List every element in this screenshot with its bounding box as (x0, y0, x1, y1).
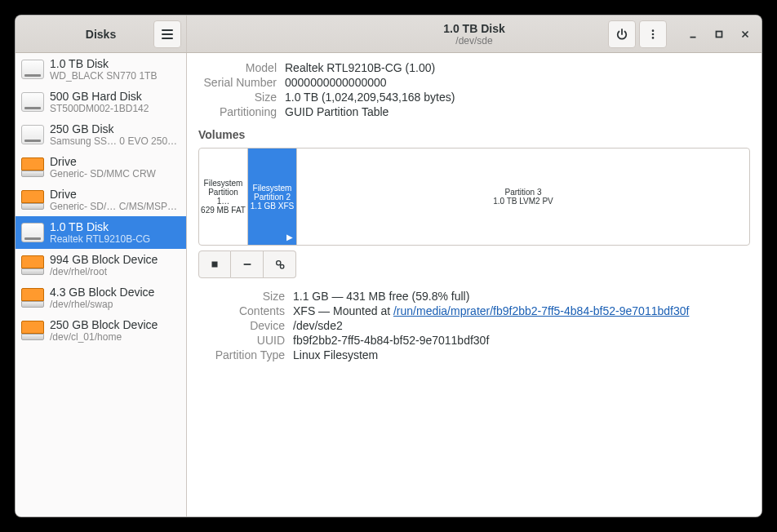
sidebar-disk-item[interactable]: DriveGeneric- SD/MMC CRW (16, 151, 186, 184)
body: 1.0 TB DiskWD_BLACK SN770 1TB500 GB Hard… (16, 53, 761, 516)
app-title: Disks (86, 28, 116, 41)
sidebar-disk-item[interactable]: 1.0 TB DiskWD_BLACK SN770 1TB (16, 53, 186, 86)
volumes-box: FilesystemPartition 1…629 MB FATFilesyst… (198, 148, 750, 246)
vol-size-label: Size (198, 290, 285, 303)
volume-partition[interactable]: FilesystemPartition 1…629 MB FAT (199, 149, 248, 245)
partitioning-label: Partitioning (198, 105, 277, 118)
disk-title: 250 GB Block Device (50, 318, 181, 331)
volume-label: Partition 3 (504, 188, 541, 197)
partitioning-value: GUID Partition Table (285, 105, 750, 118)
volume-label: Filesystem (253, 184, 292, 193)
stop-icon (209, 259, 220, 270)
disk-title: 1.0 TB Disk (50, 220, 181, 233)
svg-point-0 (652, 29, 655, 32)
volume-label: Partition 2 (254, 193, 291, 202)
volume-label: 1.0 TB LVM2 PV (493, 197, 553, 206)
vol-device-label: Device (198, 319, 285, 332)
vol-uuid-label: UUID (198, 334, 285, 347)
sidebar-disk-item[interactable]: 250 GB Block Device/dev/cl_01/home (16, 314, 186, 347)
sidebar-disk-item[interactable]: 4.3 GB Block Device/dev/rhel/swap (16, 282, 186, 314)
vol-contents-value: XFS — Mounted at /run/media/mprater/fb9f… (293, 304, 750, 317)
removable-drive-icon (20, 286, 45, 310)
disk-subtitle: /dev/cl_01/home (50, 331, 181, 343)
hdd-icon (20, 122, 45, 147)
removable-drive-icon (20, 155, 45, 180)
removable-drive-icon (20, 188, 45, 212)
model-value: Realtek RTL9210B-CG (1.00) (285, 61, 750, 74)
maximize-button[interactable] (708, 20, 730, 48)
svg-rect-3 (717, 31, 722, 37)
app-menu-button[interactable] (153, 20, 181, 48)
disk-title: 4.3 GB Block Device (50, 286, 181, 299)
drive-menu-button[interactable] (639, 20, 667, 48)
sidebar-disk-item[interactable]: 994 GB Block Device/dev/rhel/root (16, 249, 186, 282)
window: Disks 1.0 TB Disk /dev/sde (15, 15, 762, 517)
disk-title: 1.0 TB Disk (50, 57, 181, 70)
volume-label: 629 MB FAT (201, 206, 246, 215)
svg-point-2 (652, 37, 655, 39)
size-label: Size (198, 91, 277, 104)
kebab-icon (647, 29, 659, 40)
minimize-icon (687, 29, 699, 40)
minimize-button[interactable] (682, 20, 704, 48)
delete-partition-button[interactable] (231, 250, 264, 278)
sidebar[interactable]: 1.0 TB DiskWD_BLACK SN770 1TB500 GB Hard… (16, 53, 187, 516)
volume-label: Partition 1… (201, 188, 246, 206)
vol-contents-prefix: XFS — Mounted at (293, 304, 393, 317)
hdd-icon (20, 90, 45, 114)
vol-size-value: 1.1 GB — 431 MB free (59.8% full) (293, 290, 750, 303)
sidebar-disk-item[interactable]: 1.0 TB DiskRealtek RTL9210B-CG (16, 216, 186, 249)
vol-device-value: /dev/sde2 (293, 319, 750, 332)
vol-ptype-label: Partition Type (198, 348, 285, 361)
vol-ptype-value: Linux Filesystem (293, 348, 750, 361)
vol-contents-label: Contents (198, 304, 285, 317)
serial-value: 0000000000000000 (285, 76, 750, 89)
maximize-icon (713, 29, 725, 40)
headerbar-left: Disks (16, 16, 187, 52)
size-value: 1.0 TB (1,024,209,543,168 bytes) (285, 91, 750, 104)
hdd-icon (20, 220, 45, 245)
svg-point-1 (652, 33, 655, 35)
svg-rect-4 (212, 262, 218, 268)
volume-detail: Size 1.1 GB — 431 MB free (59.8% full) C… (198, 290, 750, 361)
disk-subtitle: Generic- SD/… C/MS/MSPRO (50, 201, 181, 212)
hdd-icon (20, 57, 45, 82)
volume-label: Filesystem (204, 179, 243, 188)
mount-point-link[interactable]: /run/media/mprater/fb9f2bb2-7ff5-4b84-bf… (393, 304, 689, 317)
close-button[interactable] (734, 20, 757, 48)
volume-partition[interactable]: Partition 31.0 TB LVM2 PV (297, 149, 749, 245)
svg-point-6 (280, 264, 283, 268)
disk-subtitle: ST500DM002-1BD142 (50, 103, 181, 114)
model-label: Model (198, 61, 277, 74)
drive-info: Model Realtek RTL9210B-CG (1.00) Serial … (198, 61, 750, 118)
removable-drive-icon (20, 318, 45, 343)
disk-subtitle: Realtek RTL9210B-CG (50, 233, 181, 245)
headerbar: Disks 1.0 TB Disk /dev/sde (16, 16, 761, 53)
serial-label: Serial Number (198, 76, 277, 89)
volume-toolbar (198, 250, 750, 278)
volume-menu-button[interactable] (264, 250, 296, 278)
power-button[interactable] (608, 20, 636, 48)
sidebar-disk-item[interactable]: 500 GB Hard DiskST500DM002-1BD142 (16, 86, 186, 118)
volume-partition[interactable]: FilesystemPartition 21.1 GB XFS▶ (248, 149, 297, 245)
header-controls (608, 20, 757, 48)
removable-drive-icon (20, 253, 45, 277)
sidebar-disk-item[interactable]: DriveGeneric- SD/… C/MS/MSPRO (16, 184, 186, 216)
disk-title: 500 GB Hard Disk (50, 90, 181, 103)
close-icon (739, 29, 751, 40)
disk-subtitle: Generic- SD/MMC CRW (50, 168, 181, 180)
minus-icon (242, 259, 253, 270)
disk-subtitle: WD_BLACK SN770 1TB (50, 70, 181, 82)
disk-subtitle: /dev/rhel/swap (50, 299, 181, 310)
svg-point-5 (276, 261, 280, 265)
disk-title: 250 GB Disk (50, 122, 181, 135)
disk-subtitle: /dev/rhel/root (50, 266, 181, 277)
disk-subtitle: Samsung SS… 0 EVO 250GB (50, 135, 181, 147)
main-panel: Model Realtek RTL9210B-CG (1.00) Serial … (187, 53, 761, 516)
disk-title: Drive (50, 155, 181, 168)
disk-title: Drive (50, 188, 181, 201)
unmount-button[interactable] (198, 250, 231, 278)
sidebar-disk-item[interactable]: 250 GB DiskSamsung SS… 0 EVO 250GB (16, 118, 186, 151)
hamburger-icon (161, 28, 174, 41)
gears-icon (274, 259, 286, 270)
